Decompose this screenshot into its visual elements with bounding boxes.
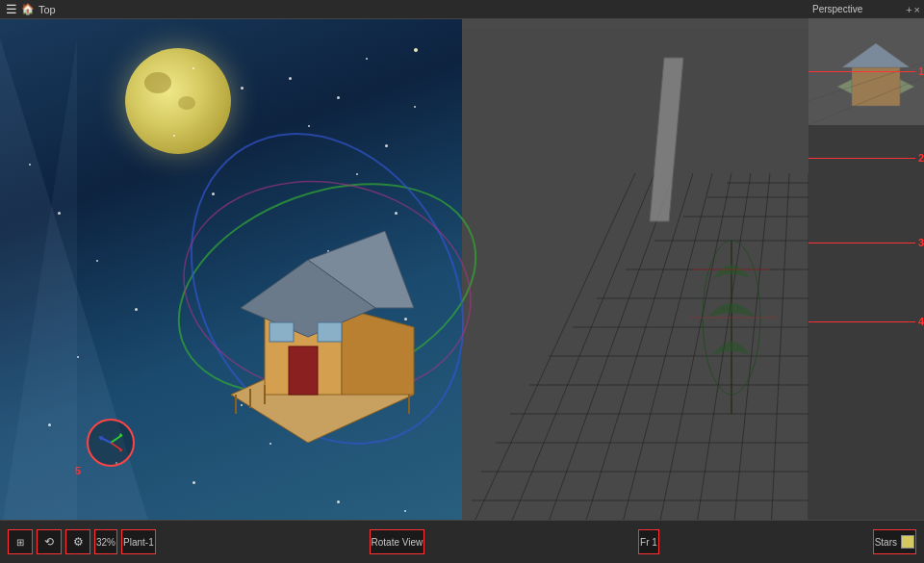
annotation-number-4: 4: [915, 316, 924, 327]
scene-label: Stars: [875, 537, 897, 548]
object-name-display[interactable]: Plant-1: [121, 529, 156, 554]
svg-rect-35: [289, 346, 318, 395]
annotation-panel: Perspective + × 1 2: [808, 0, 924, 520]
annotation-1: 1: [808, 65, 924, 77]
settings-icon: ⚙: [73, 535, 84, 549]
zoom-value: 32%: [96, 537, 116, 548]
add-viewport-btn[interactable]: +: [906, 4, 911, 15]
layout-icon: ⊞: [16, 537, 24, 548]
annotation-number-3: 3: [915, 237, 924, 248]
grid-svg: [462, 19, 808, 520]
perspective-header: Perspective + ×: [808, 0, 924, 19]
top-tab-label[interactable]: Top: [38, 4, 56, 15]
annotation-5: 5: [75, 465, 81, 476]
svg-rect-0: [462, 29, 808, 520]
menu-icon[interactable]: ☰: [6, 2, 17, 16]
frame-number-display[interactable]: Fr 1 10: [638, 529, 659, 554]
3d-building: [212, 173, 424, 443]
annotation-number-1: 1: [915, 65, 924, 77]
top-header: ☰ 🏠 Top: [0, 0, 808, 19]
svg-marker-32: [342, 308, 414, 395]
annotation-4: 4: [808, 316, 924, 327]
bottom-toolbar: ⊞ 6 ⟲ 7 ⚙ 8 32% Plant-1 Rotate View 9 Fr…: [0, 520, 924, 563]
annotation-number-2: 2: [915, 152, 924, 164]
rotate-view-label: Rotate View: [372, 537, 424, 548]
camera-icon: ⟲: [44, 535, 54, 549]
svg-rect-37: [318, 322, 342, 342]
main-viewport: ☰ 🏠 Top: [0, 0, 808, 520]
svg-rect-36: [270, 322, 294, 342]
zoom-display[interactable]: 32%: [94, 529, 117, 554]
annotation-3: 3: [808, 237, 924, 248]
perspective-label: Perspective: [812, 4, 862, 14]
scene-display[interactable]: Stars 11: [873, 529, 916, 554]
layout-button[interactable]: ⊞ 6: [8, 529, 33, 554]
gizmo-widget[interactable]: [87, 419, 135, 467]
rotate-view-button[interactable]: Rotate View 9: [370, 529, 425, 554]
frame-number: Fr 1: [640, 537, 657, 548]
scene-color-swatch: [901, 535, 914, 549]
annotation-2: 2: [808, 152, 924, 164]
camera-button[interactable]: ⟲ 7: [37, 529, 62, 554]
home-icon[interactable]: 🏠: [21, 3, 35, 15]
grid-panel: [462, 19, 808, 520]
object-name: Plant-1: [123, 537, 154, 548]
settings-button[interactable]: ⚙ 8: [65, 529, 90, 554]
close-viewport-btn[interactable]: ×: [914, 4, 920, 15]
